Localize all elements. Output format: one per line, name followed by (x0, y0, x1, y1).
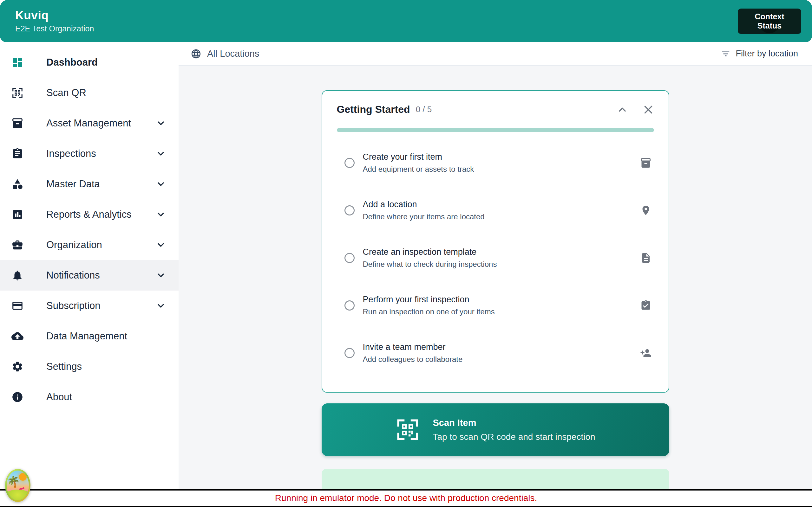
checklist-item-title: Create an inspection template (363, 247, 497, 257)
bell-icon (11, 269, 23, 281)
sidebar-item-settings[interactable]: Settings (0, 351, 179, 382)
chevron-down-icon (156, 301, 166, 311)
scroll-area[interactable]: Getting Started 0 / 5 (179, 66, 812, 507)
cloud-upload-icon (11, 330, 23, 342)
sidebar-item-data-management[interactable]: Data Management (0, 321, 179, 351)
sidebar-item-inspections[interactable]: Inspections (0, 138, 179, 169)
getting-started-progress-count: 0 / 5 (416, 105, 432, 114)
checkbox-circle[interactable] (345, 253, 355, 263)
sidebar-item-label: Data Management (46, 331, 127, 342)
credit-card-icon (11, 300, 23, 312)
getting-started-progress-bar (337, 128, 654, 132)
bar-chart-icon (11, 209, 23, 221)
collapse-button[interactable] (617, 104, 628, 115)
chevron-down-icon (156, 179, 166, 189)
filter-icon (721, 49, 730, 59)
scan-item-subtitle: Tap to scan QR code and start inspection (433, 432, 595, 442)
sidebar-item-label: Notifications (46, 270, 100, 281)
sidebar-item-about[interactable]: About (0, 382, 179, 412)
gear-icon (11, 360, 23, 373)
shapes-icon (11, 178, 23, 190)
context-status-label: Context Status (755, 12, 784, 30)
chevron-down-icon (156, 118, 166, 128)
document-icon (640, 252, 652, 264)
checklist-item-create-template[interactable]: Create an inspection template Define wha… (337, 234, 654, 282)
archive-box-icon (11, 117, 23, 129)
sidebar-item-label: Reports & Analytics (46, 209, 132, 220)
sidebar-item-label: Scan QR (46, 87, 86, 99)
sidebar-item-scan-qr[interactable]: Scan QR (0, 78, 179, 108)
scan-item-button[interactable]: Scan Item Tap to scan QR code and start … (322, 403, 669, 456)
clipboard-icon (11, 148, 23, 160)
checklist-item-title: Invite a team member (363, 342, 463, 352)
chevron-down-icon (156, 240, 166, 250)
checklist-item-title: Perform your first inspection (363, 295, 495, 304)
sidebar-item-label: Dashboard (46, 57, 98, 68)
chevron-down-icon (156, 210, 166, 220)
brand: Kuviq E2E Test Organization (15, 9, 94, 33)
checklist-item-subtitle: Define where your items are located (363, 212, 485, 221)
checkbox-circle[interactable] (345, 158, 355, 168)
sidebar-item-label: Master Data (46, 178, 100, 190)
sidebar-item-subscription[interactable]: Subscription (0, 291, 179, 321)
briefcase-icon (11, 239, 23, 251)
org-subtitle: E2E Test Organization (15, 24, 94, 33)
sidebar-item-label: Organization (46, 239, 102, 250)
qr-code-icon (395, 417, 420, 442)
checklist-item-title: Create your first item (363, 152, 474, 162)
sidebar-item-label: Inspections (46, 148, 96, 159)
checkbox-circle[interactable] (345, 348, 355, 358)
filter-label: Filter by location (735, 49, 798, 59)
chevron-down-icon (156, 270, 166, 280)
checklist-item-invite-team-member[interactable]: Invite a team member Add colleagues to c… (337, 329, 654, 377)
emulator-warning-banner: Running in emulator mode. Do not use wit… (0, 489, 812, 507)
info-icon (11, 391, 23, 403)
sidebar-item-asset-management[interactable]: Asset Management (0, 108, 179, 138)
checkbox-circle[interactable] (345, 300, 355, 311)
globe-icon (191, 49, 201, 59)
checkbox-circle[interactable] (345, 205, 355, 216)
sidebar-item-organization[interactable]: Organization (0, 230, 179, 260)
sidebar-item-label: Subscription (46, 300, 101, 312)
context-status-button[interactable]: Context Status (738, 9, 801, 34)
qr-code-icon (11, 87, 23, 99)
checklist-item-perform-inspection[interactable]: Perform your first inspection Run an ins… (337, 282, 654, 329)
getting-started-title: Getting Started (337, 104, 410, 115)
location-selector[interactable]: All Locations (191, 49, 259, 59)
main-area: All Locations Filter by location Getting… (179, 42, 812, 507)
sidebar-item-label: Settings (46, 361, 82, 372)
sidebar-item-dashboard[interactable]: Dashboard (0, 47, 179, 78)
location-label: All Locations (207, 49, 259, 59)
app-header: Kuviq E2E Test Organization Context Stat… (0, 0, 812, 42)
close-icon (643, 104, 654, 115)
emulator-warning-text: Running in emulator mode. Do not use wit… (275, 493, 537, 503)
checklist-item-subtitle: Run an inspection on one of your items (363, 307, 495, 316)
checklist-item-add-location[interactable]: Add a location Define where your items a… (337, 187, 654, 234)
archive-box-icon (640, 157, 652, 169)
sidebar-item-reports-analytics[interactable]: Reports & Analytics (0, 199, 179, 230)
filter-by-location-button[interactable]: Filter by location (721, 49, 798, 59)
chevron-up-icon (617, 104, 628, 115)
app-screen: Kuviq E2E Test Organization Context Stat… (0, 0, 812, 507)
clipboard-check-icon (640, 300, 652, 311)
sidebar: Dashboard Scan QR Asset Management (0, 42, 179, 507)
sidebar-item-notifications[interactable]: Notifications (0, 260, 179, 291)
app-title: Kuviq (15, 9, 94, 22)
dashboard-icon (11, 56, 23, 68)
sidebar-item-label: Asset Management (46, 118, 131, 129)
checklist-item-subtitle: Add colleagues to collaborate (363, 355, 463, 364)
close-button[interactable] (643, 104, 654, 115)
person-add-icon (640, 347, 652, 359)
checklist-item-title: Add a location (363, 200, 485, 210)
sidebar-item-master-data[interactable]: Master Data (0, 169, 179, 199)
chevron-down-icon (156, 149, 166, 159)
palm-tree-icon: 🌴 (7, 475, 20, 488)
checklist-item-subtitle: Define what to check during inspections (363, 260, 497, 269)
scan-item-title: Scan Item (433, 418, 595, 428)
getting-started-card: Getting Started 0 / 5 (322, 90, 669, 393)
location-pin-icon (640, 205, 652, 216)
emulator-island-badge: 🌴 (5, 469, 31, 502)
checklist-item-create-first-item[interactable]: Create your first item Add equipment or … (337, 139, 654, 187)
sun-icon (19, 473, 27, 481)
location-topbar: All Locations Filter by location (179, 42, 812, 66)
